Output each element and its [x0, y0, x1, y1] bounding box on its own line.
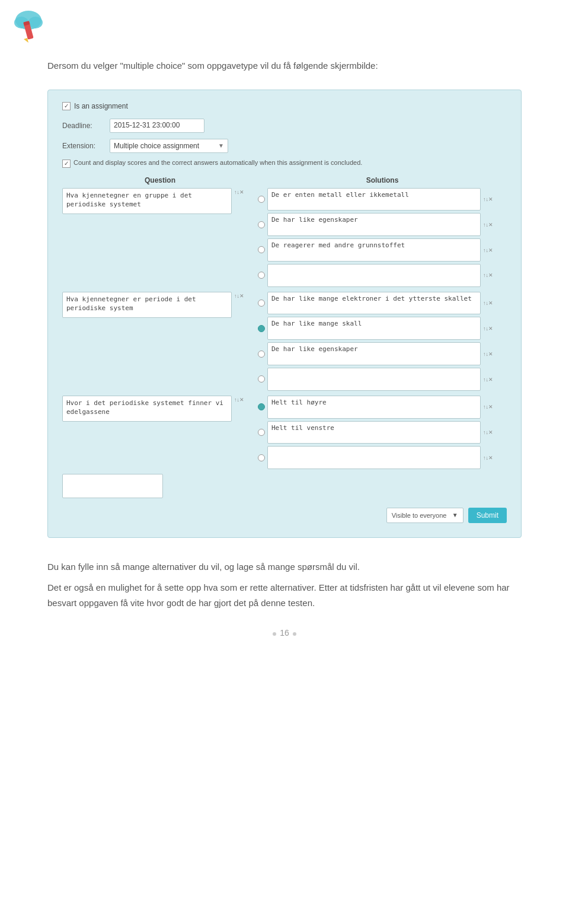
deadline-row: Deadline: 2015-12-31 23:00:00 [62, 119, 507, 133]
solution-textarea-3-3[interactable] [267, 446, 481, 469]
solution-radio-1-2[interactable] [258, 221, 265, 228]
solutions-cell-1: De er enten metall eller ikkemetall ↑↓✕ … [258, 188, 507, 287]
solution-textarea-2-2[interactable]: De har like mange skall [267, 317, 481, 340]
page-number-container: 16 [47, 628, 522, 638]
solution-move-3-3[interactable]: ↑↓✕ [483, 454, 493, 462]
new-question-row [62, 474, 507, 498]
solution-radio-3-3[interactable] [258, 454, 265, 461]
extension-row: Extension: Multiple choice assignment ▼ [62, 139, 507, 153]
solution-radio-3-2[interactable] [258, 429, 265, 436]
auto-count-label: Count and display scores and the correct… [73, 159, 362, 166]
new-question-cell [62, 474, 258, 498]
solution-radio-2-4[interactable] [258, 375, 265, 383]
question-cell-2: Hva kjennetegner er periode i det period… [62, 292, 258, 318]
solution-radio-2-3[interactable] [258, 351, 265, 358]
submit-button[interactable]: Submit [468, 508, 507, 523]
solution-move-1-3[interactable]: ↑↓✕ [483, 246, 493, 254]
svg-point-2 [28, 17, 43, 28]
page-dot-right [293, 632, 296, 636]
question-cell-1: Hva kjennetegner en gruppe i det periodi… [62, 188, 258, 214]
is-assignment-checkbox[interactable] [62, 102, 71, 110]
solution-row-3-2: Helt til venstre ↑↓✕ [258, 421, 507, 444]
solution-move-1-2[interactable]: ↑↓✕ [483, 221, 493, 229]
solutions-cell-3: Helt til høyre ↑↓✕ Helt til venstre ↑↓✕ … [258, 396, 507, 469]
question-textarea-3[interactable]: Hvor i det periodiske systemet finner vi… [62, 396, 232, 422]
page-dot-left [273, 632, 276, 636]
deadline-input[interactable]: 2015-12-31 23:00:00 [110, 119, 204, 133]
solution-move-2-4[interactable]: ↑↓✕ [483, 375, 493, 384]
solution-radio-2-1[interactable] [258, 299, 265, 307]
solution-move-3-2[interactable]: ↑↓✕ [483, 428, 493, 436]
solution-row-2-2: De har like mange skall ↑↓✕ [258, 317, 507, 340]
solution-move-1-1[interactable]: ↑↓✕ [483, 195, 493, 203]
page-content: Dersom du velger "multiple choice" som o… [0, 0, 569, 673]
solution-textarea-2-3[interactable]: De har like egenskaper [267, 342, 481, 365]
solution-textarea-2-1[interactable]: De har like mange elektroner i det ytter… [267, 292, 481, 315]
intro-text: Dersom du velger "multiple choice" som o… [47, 59, 522, 73]
description-line2: Det er også en mulighet for å sette opp … [47, 580, 522, 610]
extension-label: Extension: [62, 142, 110, 150]
solution-textarea-1-4[interactable] [267, 264, 481, 287]
solution-radio-3-1[interactable] [258, 403, 265, 410]
move-controls-3[interactable]: ↑↓✕ [234, 396, 244, 404]
solution-row-3-3: ↑↓✕ [258, 446, 507, 469]
solution-radio-1-1[interactable] [258, 196, 265, 203]
solution-row-2-1: De har like mange elektroner i det ytter… [258, 292, 507, 315]
extension-arrow-icon: ▼ [218, 142, 224, 149]
qa-table: Question Solutions Hva kjennetegner en g… [62, 176, 507, 498]
solution-radio-1-4[interactable] [258, 272, 265, 279]
new-question-textarea[interactable] [62, 474, 163, 498]
auto-count-row: Count and display scores and the correct… [62, 159, 507, 168]
qa-row-2: Hva kjennetegner er periode i det period… [62, 292, 507, 391]
visible-arrow-icon: ▼ [452, 512, 458, 518]
solution-move-2-3[interactable]: ↑↓✕ [483, 350, 493, 358]
solution-move-2-1[interactable]: ↑↓✕ [483, 299, 493, 307]
solution-row-2-3: De har like egenskaper ↑↓✕ [258, 342, 507, 365]
solution-row-1-3: De reagerer med andre grunnstoffet ↑↓✕ [258, 238, 507, 262]
auto-count-checkbox[interactable] [62, 160, 71, 168]
solution-row-2-4: ↑↓✕ [258, 368, 507, 391]
solution-textarea-3-2[interactable]: Helt til venstre [267, 421, 481, 444]
visible-label: Visible to everyone [392, 512, 447, 519]
solution-row-1-2: De har like egenskaper ↑↓✕ [258, 213, 507, 236]
is-assignment-label: Is an assignment [74, 102, 128, 110]
solution-radio-1-3[interactable] [258, 246, 265, 253]
screenshot-frame: Is an assignment Deadline: 2015-12-31 23… [47, 90, 522, 538]
deadline-label: Deadline: [62, 122, 110, 130]
question-header: Question [62, 176, 258, 184]
qa-row-3: Hvor i det periodiske systemet finner vi… [62, 396, 507, 469]
solution-move-2-2[interactable]: ↑↓✕ [483, 324, 493, 333]
solution-row-1-1: De er enten metall eller ikkemetall ↑↓✕ [258, 188, 507, 211]
qa-header-row: Question Solutions [62, 176, 507, 184]
solution-textarea-2-4[interactable] [267, 368, 481, 391]
move-controls-2[interactable]: ↑↓✕ [234, 292, 244, 300]
page-number: 16 [280, 628, 289, 638]
question-textarea-2[interactable]: Hva kjennetegner er periode i det period… [62, 292, 232, 318]
qa-row-1: Hva kjennetegner en gruppe i det periodi… [62, 188, 507, 287]
visible-select[interactable]: Visible to everyone ▼ [386, 508, 463, 523]
move-controls-1[interactable]: ↑↓✕ [234, 188, 244, 196]
solution-move-1-4[interactable]: ↑↓✕ [483, 271, 493, 279]
solution-textarea-1-2[interactable]: De har like egenskaper [267, 213, 481, 236]
bottom-row: Visible to everyone ▼ Submit [62, 508, 507, 523]
solution-radio-2-2[interactable] [258, 325, 265, 332]
solution-textarea-1-1[interactable]: De er enten metall eller ikkemetall [267, 188, 481, 211]
extension-select[interactable]: Multiple choice assignment ▼ [110, 139, 228, 153]
solution-row-1-4: ↑↓✕ [258, 264, 507, 287]
question-cell-3: Hvor i det periodiske systemet finner vi… [62, 396, 258, 422]
is-assignment-row: Is an assignment [62, 102, 507, 110]
question-textarea-1[interactable]: Hva kjennetegner en gruppe i det periodi… [62, 188, 232, 214]
logo [12, 9, 45, 47]
solution-row-3-1: Helt til høyre ↑↓✕ [258, 396, 507, 419]
bottom-right: Visible to everyone ▼ Submit [386, 508, 507, 523]
description-line1: Du kan fylle inn så mange alternativer d… [47, 559, 522, 575]
solutions-header: Solutions [258, 176, 507, 184]
solution-textarea-1-3[interactable]: De reagerer med andre grunnstoffet [267, 238, 481, 262]
solutions-cell-2: De har like mange elektroner i det ytter… [258, 292, 507, 391]
solution-textarea-3-1[interactable]: Helt til høyre [267, 396, 481, 419]
solution-move-3-1[interactable]: ↑↓✕ [483, 403, 493, 411]
